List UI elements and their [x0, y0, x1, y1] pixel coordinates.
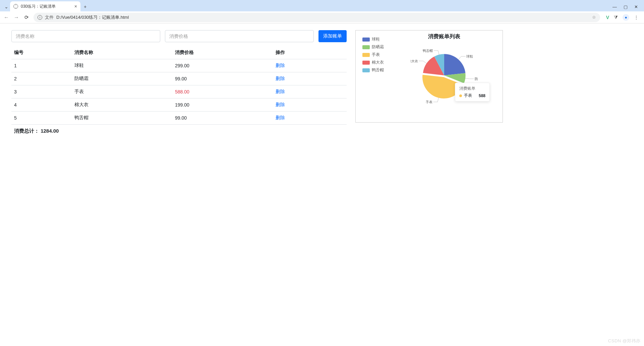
table-row: 2防晒霜99.00删除: [11, 72, 347, 85]
pie-slice-label: 鸭舌帽: [423, 49, 433, 53]
cell-price: 299.00: [172, 59, 273, 72]
bookmark-star-icon[interactable]: ☆: [592, 15, 596, 20]
legend-label: 鸭舌帽: [372, 67, 384, 73]
table-row: 5鸭舌帽99.00删除: [11, 112, 347, 125]
site-info-icon[interactable]: i: [38, 15, 42, 20]
url-scheme-label: 文件: [45, 14, 54, 20]
legend-swatch: [362, 68, 370, 72]
address-bar[interactable]: i 文件 D:/Vue/0414/030练习：记账清单.html ☆: [34, 13, 600, 22]
cell-price: 199.00: [172, 98, 273, 112]
legend-item[interactable]: 棉大衣: [362, 60, 389, 65]
tab-title: 030练习：记账清单: [21, 4, 56, 9]
cell-name: 球鞋: [72, 59, 172, 72]
tooltip-color-dot: [459, 94, 462, 97]
tab-close-icon[interactable]: ×: [74, 4, 77, 9]
pie-slice-label: 球鞋: [466, 55, 473, 58]
tooltip-series: 消费账单: [459, 86, 485, 91]
cell-price: 99.00: [172, 72, 273, 85]
table-header-row: 编号 消费名称 消费价格 操作: [11, 46, 347, 59]
cell-price: 99.00: [172, 112, 273, 125]
col-action: 操作: [273, 46, 347, 59]
col-price: 消费价格: [172, 46, 273, 59]
form-and-table: 添加账单 编号 消费名称 消费价格 操作 1球鞋299.00删除2防晒霜99.0…: [11, 30, 347, 138]
legend-label: 防晒霜: [372, 44, 384, 50]
cell-id: 1: [11, 59, 72, 72]
col-id: 编号: [11, 46, 72, 59]
window-close-icon[interactable]: ✕: [634, 4, 638, 9]
cell-id: 2: [11, 72, 72, 85]
delete-link[interactable]: 删除: [276, 102, 285, 107]
cell-name: 手表: [72, 85, 172, 98]
legend-item[interactable]: 球鞋: [362, 37, 389, 42]
browser-tab-strip: ⌄ 030练习：记账清单 × + — ▢ ✕: [0, 0, 644, 11]
legend-swatch: [362, 38, 370, 42]
legend-label: 棉大衣: [372, 60, 384, 65]
legend-swatch: [362, 53, 370, 57]
browser-toolbar: ← → ⟳ i 文件 D:/Vue/0414/030练习：记账清单.html ☆…: [0, 11, 644, 23]
price-input[interactable]: [165, 30, 314, 42]
browser-tab[interactable]: 030练习：记账清单 ×: [10, 1, 80, 11]
profile-avatar-icon[interactable]: ●: [623, 14, 629, 21]
url-text: D:/Vue/0414/030练习：记账清单.html: [56, 14, 129, 20]
chart-tooltip: 消费账单 手表 588: [455, 83, 490, 101]
pie-slice-label: 手表: [426, 100, 432, 104]
delete-link[interactable]: 删除: [276, 63, 285, 68]
new-tab-button[interactable]: +: [80, 2, 90, 11]
page-content: 添加账单 编号 消费名称 消费价格 操作 1球鞋299.00删除2防晒霜99.0…: [0, 23, 644, 144]
bill-table: 编号 消费名称 消费价格 操作 1球鞋299.00删除2防晒霜99.00删除3手…: [11, 46, 347, 138]
legend-swatch: [362, 45, 370, 49]
cell-name: 防晒霜: [72, 72, 172, 85]
name-input[interactable]: [11, 30, 160, 42]
table-row: 4棉大衣199.00删除: [11, 98, 347, 112]
delete-link[interactable]: 删除: [276, 115, 285, 120]
delete-link[interactable]: 删除: [276, 76, 285, 81]
browser-menu-icon[interactable]: ⋮: [634, 15, 639, 20]
total-label: 消费总计：: [14, 128, 39, 134]
legend-item[interactable]: 鸭舌帽: [362, 67, 389, 73]
cell-id: 4: [11, 98, 72, 112]
pie-slice-label: 防晒霜: [475, 77, 478, 81]
vue-devtools-icon[interactable]: V: [606, 15, 609, 20]
cell-name: 鸭舌帽: [72, 112, 172, 125]
window-controls: — ▢ ✕: [612, 4, 641, 11]
chart-panel: 球鞋防晒霜手表棉大衣鸭舌帽 消费账单列表 球鞋防晒霜手表棉大衣鸭舌帽 消费账单 …: [355, 30, 503, 123]
chart-legend: 球鞋防晒霜手表棉大衣鸭舌帽: [359, 35, 389, 116]
window-minimize-icon[interactable]: —: [612, 4, 617, 9]
pie-chart: 消费账单列表 球鞋防晒霜手表棉大衣鸭舌帽 消费账单 手表 588: [389, 35, 499, 116]
add-bill-form: 添加账单: [11, 30, 347, 42]
chart-title: 消费账单列表: [389, 33, 499, 40]
legend-item[interactable]: 手表: [362, 52, 389, 58]
window-maximize-icon[interactable]: ▢: [624, 4, 628, 9]
table-row: 3手表588.00删除: [11, 85, 347, 98]
total-value: 1284.00: [41, 128, 59, 134]
tab-dropdown-icon[interactable]: ⌄: [3, 2, 10, 11]
reload-icon[interactable]: ⟳: [23, 14, 30, 20]
col-name: 消费名称: [72, 46, 172, 59]
tooltip-value: 588: [479, 93, 485, 98]
legend-label: 球鞋: [372, 37, 380, 42]
legend-label: 手表: [372, 52, 380, 58]
pie-slice[interactable]: [444, 54, 465, 75]
delete-link[interactable]: 删除: [276, 89, 285, 94]
legend-swatch: [362, 61, 370, 65]
cell-name: 棉大衣: [72, 98, 172, 112]
cell-price: 588.00: [172, 85, 273, 98]
nav-back-icon[interactable]: ←: [3, 14, 9, 20]
tooltip-name: 手表: [464, 93, 472, 98]
cell-id: 5: [11, 112, 72, 125]
extensions-icon[interactable]: ⧩: [614, 14, 618, 20]
nav-forward-icon[interactable]: →: [13, 14, 19, 20]
add-bill-button[interactable]: 添加账单: [318, 30, 347, 42]
legend-item[interactable]: 防晒霜: [362, 44, 389, 50]
table-total-row: 消费总计： 1284.00: [11, 125, 347, 138]
globe-icon: [13, 4, 18, 9]
cell-id: 3: [11, 85, 72, 98]
pie-slice-label: 棉大衣: [411, 59, 418, 63]
extension-icons: V ⧩ ● ⋮: [604, 14, 641, 21]
table-row: 1球鞋299.00删除: [11, 59, 347, 72]
